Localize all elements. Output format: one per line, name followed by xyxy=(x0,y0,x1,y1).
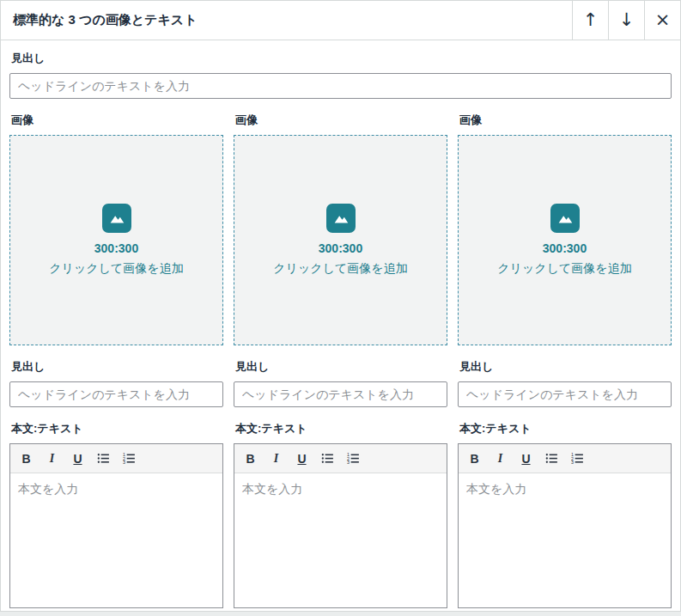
numbered-list-button[interactable]: 123 xyxy=(342,447,365,470)
italic-button[interactable]: I xyxy=(40,447,64,470)
column-3: 画像 300:300 クリックして画像を追加 見出し 本文:テキスト B I U xyxy=(458,113,672,608)
aspect-ratio-text: 300:300 xyxy=(319,241,362,255)
headline-input[interactable] xyxy=(234,381,447,407)
bold-button[interactable]: B xyxy=(15,447,38,470)
arrow-up-icon: ↑ xyxy=(583,11,599,29)
headline-label: 見出し xyxy=(235,359,447,375)
module-title: 標準的な 3 つの画像とテキスト xyxy=(1,1,572,40)
close-icon: × xyxy=(655,11,671,29)
image-upload-dropzone[interactable]: 300:300 クリックして画像を追加 xyxy=(234,135,447,345)
add-image-text: クリックして画像を追加 xyxy=(497,261,631,277)
rich-text-editor: B I U 123 xyxy=(458,443,672,608)
column-1: 画像 300:300 クリックして画像を追加 見出し 本文:テキスト B I U xyxy=(9,113,223,608)
underline-button[interactable]: U xyxy=(514,447,538,470)
close-button[interactable]: × xyxy=(644,1,680,40)
body-text-label: 本文:テキスト xyxy=(459,421,672,436)
image-placeholder-icon xyxy=(550,204,580,233)
image-placeholder-icon xyxy=(102,204,131,233)
editor-toolbar: B I U 123 xyxy=(10,444,222,473)
column-2: 画像 300:300 クリックして画像を追加 見出し 本文:テキスト B I U xyxy=(234,113,447,608)
bullet-list-button[interactable] xyxy=(540,447,563,470)
italic-button[interactable]: I xyxy=(489,447,512,470)
svg-text:3: 3 xyxy=(571,460,574,465)
bold-button[interactable]: B xyxy=(239,447,262,470)
numbered-list-button[interactable]: 123 xyxy=(118,447,141,470)
aspect-ratio-text: 300:300 xyxy=(543,241,587,255)
italic-button[interactable]: I xyxy=(264,447,288,470)
headline-input[interactable] xyxy=(458,381,672,407)
numbered-list-icon: 123 xyxy=(346,451,361,466)
bold-button[interactable]: B xyxy=(463,447,486,470)
body-text-label: 本文:テキスト xyxy=(235,421,447,436)
numbered-list-icon: 123 xyxy=(570,451,585,466)
move-down-button[interactable]: ↓ xyxy=(608,1,644,40)
rich-text-editor: B I U 123 xyxy=(9,443,223,608)
underline-button[interactable]: U xyxy=(66,447,89,470)
rich-text-editor: B I U 123 xyxy=(234,443,447,608)
image-placeholder-icon xyxy=(326,204,356,233)
bullet-list-button[interactable] xyxy=(92,447,115,470)
headline-input[interactable] xyxy=(9,381,223,407)
body-text-input[interactable] xyxy=(234,473,447,607)
body-text-input[interactable] xyxy=(459,473,671,607)
aspect-ratio-text: 300:300 xyxy=(94,241,138,255)
bullet-list-icon xyxy=(544,451,559,466)
image-label: 画像 xyxy=(235,113,447,128)
headline-label: 見出し xyxy=(459,359,672,375)
svg-text:3: 3 xyxy=(123,460,125,465)
add-image-text: クリックして画像を追加 xyxy=(49,261,183,277)
numbered-list-button[interactable]: 123 xyxy=(566,447,589,470)
headline-label: 見出し xyxy=(11,359,223,375)
main-headline-input[interactable] xyxy=(9,73,672,99)
add-image-text: クリックして画像を追加 xyxy=(273,261,407,277)
image-upload-dropzone[interactable]: 300:300 クリックして画像を追加 xyxy=(9,135,223,345)
bullet-list-icon xyxy=(320,451,335,466)
underline-button[interactable]: U xyxy=(290,447,313,470)
numbered-list-icon: 123 xyxy=(122,451,137,466)
editor-toolbar: B I U 123 xyxy=(234,444,447,473)
body-text-input[interactable] xyxy=(10,473,222,607)
move-up-button[interactable]: ↑ xyxy=(572,1,608,40)
image-label: 画像 xyxy=(459,113,672,128)
body-text-label: 本文:テキスト xyxy=(11,421,223,436)
module-panel: 標準的な 3 つの画像とテキスト ↑ ↓ × 見出し 画像 300:300 クリ… xyxy=(0,0,681,612)
bullet-list-icon xyxy=(96,451,111,466)
module-content: 見出し 画像 300:300 クリックして画像を追加 見出し 本文:テキスト xyxy=(1,40,680,608)
bullet-list-button[interactable] xyxy=(316,447,339,470)
main-headline-label: 見出し xyxy=(11,51,672,66)
arrow-down-icon: ↓ xyxy=(619,11,635,29)
image-upload-dropzone[interactable]: 300:300 クリックして画像を追加 xyxy=(458,135,672,345)
editor-toolbar: B I U 123 xyxy=(459,444,671,473)
image-label: 画像 xyxy=(11,113,223,128)
module-header: 標準的な 3 つの画像とテキスト ↑ ↓ × xyxy=(1,1,680,40)
columns-row: 画像 300:300 クリックして画像を追加 見出し 本文:テキスト B I U xyxy=(9,113,672,608)
svg-text:3: 3 xyxy=(347,460,350,465)
